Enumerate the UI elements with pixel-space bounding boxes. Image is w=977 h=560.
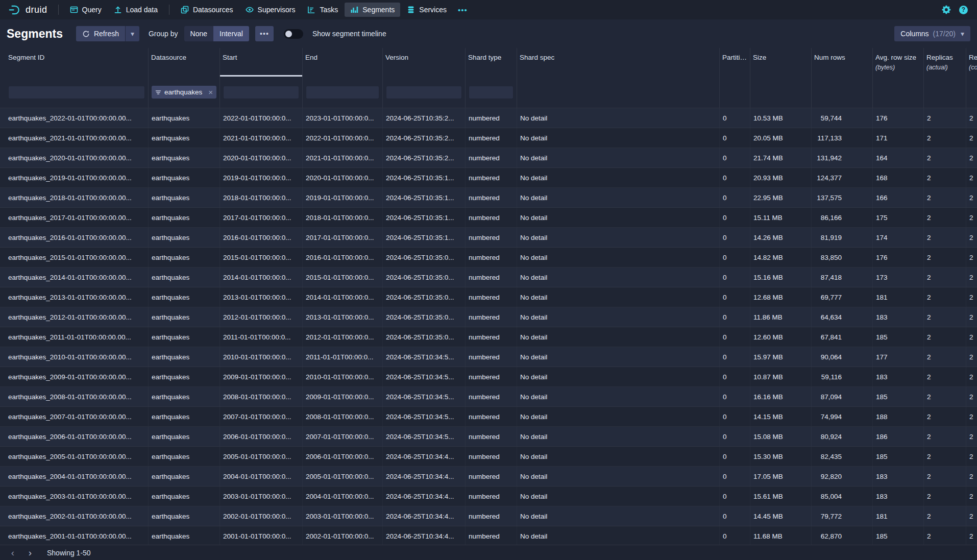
cell-size[interactable]: 16.16 MB (750, 387, 812, 406)
cell-shard-type[interactable]: numbered (466, 307, 517, 327)
cell-version[interactable]: 2024-06-25T10:35:0... (383, 287, 466, 307)
cell-replicas[interactable]: 2 (924, 267, 966, 287)
cell-end[interactable]: 2015-01-01T00:00:0... (303, 267, 383, 287)
cell-replication-factor[interactable]: 2 (966, 407, 977, 426)
nav-item-services[interactable]: Services (401, 3, 452, 17)
cell-end[interactable]: 2005-01-01T00:00:0... (303, 467, 383, 486)
cell-size[interactable]: 14.82 MB (750, 248, 812, 267)
cell-datasource[interactable]: earthquakes (149, 148, 220, 167)
cell-replicas[interactable]: 2 (924, 287, 966, 307)
cell-version[interactable]: 2024-06-25T10:34:5... (383, 347, 466, 367)
cell-end[interactable]: 2020-01-01T00:00:0... (303, 168, 383, 187)
remove-filter-icon[interactable]: × (208, 88, 213, 96)
cell-version[interactable]: 2024-06-25T10:35:2... (383, 128, 466, 148)
cell-start[interactable]: 2008-01-01T00:00:0... (220, 387, 303, 406)
cell-partition[interactable]: 0 (720, 188, 750, 207)
cell-shard-type[interactable]: numbered (466, 467, 517, 486)
cell-replication-factor[interactable]: 2 (966, 248, 977, 267)
cell-num-rows[interactable]: 131,942 (812, 148, 873, 167)
cell-replicas[interactable]: 2 (924, 347, 966, 367)
cell-size[interactable]: 15.30 MB (750, 447, 812, 466)
cell-shard-spec[interactable]: No detail (517, 287, 720, 307)
cell-shard-spec[interactable]: No detail (517, 467, 720, 486)
cell-datasource[interactable]: earthquakes (149, 248, 220, 267)
cell-segment-id[interactable]: earthquakes_2003-01-01T00:00:00.00... (0, 486, 149, 506)
cell-size[interactable]: 15.61 MB (750, 486, 812, 506)
column-header-avg-row-size[interactable]: Avg. row size(bytes) (873, 48, 924, 77)
cell-shard-type[interactable]: numbered (466, 168, 517, 187)
cell-avg-row-size[interactable]: 173 (873, 267, 924, 287)
cell-shard-type[interactable]: numbered (466, 327, 517, 347)
segment-id-filter-input[interactable] (8, 86, 145, 99)
cell-num-rows[interactable]: 86,166 (812, 208, 873, 227)
cell-partition[interactable]: 0 (720, 367, 750, 386)
cell-replication-factor[interactable]: 2 (966, 228, 977, 247)
cell-replication-factor[interactable]: 2 (966, 526, 977, 545)
cell-shard-spec[interactable]: No detail (517, 506, 720, 526)
cell-segment-id[interactable]: earthquakes_2004-01-01T00:00:00.00... (0, 467, 149, 486)
cell-datasource[interactable]: earthquakes (149, 188, 220, 207)
cell-avg-row-size[interactable]: 181 (873, 506, 924, 526)
cell-segment-id[interactable]: earthquakes_2015-01-01T00:00:00.00... (0, 248, 149, 267)
cell-num-rows[interactable]: 81,919 (812, 228, 873, 247)
cell-start[interactable]: 2015-01-01T00:00:0... (220, 248, 303, 267)
cell-avg-row-size[interactable]: 177 (873, 347, 924, 367)
cell-num-rows[interactable]: 69,777 (812, 287, 873, 307)
column-header-replication-factor[interactable]: Replication factor(configured) (966, 48, 977, 77)
cell-start[interactable]: 2007-01-01T00:00:0... (220, 407, 303, 426)
cell-size[interactable]: 15.11 MB (750, 208, 812, 227)
cell-datasource[interactable]: earthquakes (149, 447, 220, 466)
cell-segment-id[interactable]: earthquakes_2014-01-01T00:00:00.00... (0, 267, 149, 287)
cell-num-rows[interactable]: 83,850 (812, 248, 873, 267)
cell-start[interactable]: 2002-01-01T00:00:0... (220, 506, 303, 526)
cell-avg-row-size[interactable]: 185 (873, 526, 924, 545)
cell-num-rows[interactable]: 87,094 (812, 387, 873, 406)
previous-page-button[interactable]: ‹ (5, 547, 20, 559)
cell-num-rows[interactable]: 117,133 (812, 128, 873, 148)
cell-segment-id[interactable]: earthquakes_2020-01-01T00:00:00.00... (0, 148, 149, 167)
cell-shard-spec[interactable]: No detail (517, 128, 720, 148)
cell-shard-type[interactable]: numbered (466, 188, 517, 207)
cell-avg-row-size[interactable]: 183 (873, 367, 924, 386)
cell-shard-type[interactable]: numbered (466, 407, 517, 426)
cell-avg-row-size[interactable]: 176 (873, 248, 924, 267)
cell-size[interactable]: 12.68 MB (750, 287, 812, 307)
cell-shard-type[interactable]: numbered (466, 148, 517, 167)
start-filter-input[interactable] (223, 86, 299, 99)
cell-avg-row-size[interactable]: 171 (873, 128, 924, 148)
cell-shard-spec[interactable]: No detail (517, 248, 720, 267)
cell-start[interactable]: 2019-01-01T00:00:0... (220, 168, 303, 187)
cell-partition[interactable]: 0 (720, 307, 750, 327)
shard-type-filter-input[interactable] (469, 86, 514, 99)
cell-shard-type[interactable]: numbered (466, 526, 517, 545)
cell-replication-factor[interactable]: 2 (966, 148, 977, 167)
cell-end[interactable]: 2017-01-01T00:00:0... (303, 228, 383, 247)
cell-num-rows[interactable]: 62,870 (812, 526, 873, 545)
cell-avg-row-size[interactable]: 164 (873, 148, 924, 167)
cell-version[interactable]: 2024-06-25T10:35:0... (383, 327, 466, 347)
column-header-shard-spec[interactable]: Shard spec (517, 48, 720, 77)
cell-end[interactable]: 2022-01-01T00:00:0... (303, 128, 383, 148)
cell-version[interactable]: 2024-06-25T10:34:4... (383, 486, 466, 506)
cell-start[interactable]: 2021-01-01T00:00:0... (220, 128, 303, 148)
cell-num-rows[interactable]: 90,064 (812, 347, 873, 367)
cell-shard-spec[interactable]: No detail (517, 526, 720, 545)
datasource-filter-tag[interactable]: earthquakes × (152, 86, 216, 99)
cell-replication-factor[interactable]: 2 (966, 327, 977, 347)
cell-version[interactable]: 2024-06-25T10:35:0... (383, 267, 466, 287)
cell-segment-id[interactable]: earthquakes_2002-01-01T00:00:00.00... (0, 506, 149, 526)
cell-version[interactable]: 2024-06-25T10:35:2... (383, 148, 466, 167)
cell-start[interactable]: 2016-01-01T00:00:0... (220, 228, 303, 247)
nav-item-load-data[interactable]: Load data (108, 3, 163, 17)
cell-segment-id[interactable]: earthquakes_2010-01-01T00:00:00.00... (0, 347, 149, 367)
column-header-datasource[interactable]: Datasource (149, 48, 220, 77)
cell-segment-id[interactable]: earthquakes_2011-01-01T00:00:00.00... (0, 327, 149, 347)
cell-shard-type[interactable]: numbered (466, 248, 517, 267)
column-header-shard-type[interactable]: Shard type (466, 48, 517, 77)
cell-start[interactable]: 2017-01-01T00:00:0... (220, 208, 303, 227)
cell-shard-spec[interactable]: No detail (517, 208, 720, 227)
cell-replication-factor[interactable]: 2 (966, 267, 977, 287)
cell-datasource[interactable]: earthquakes (149, 208, 220, 227)
cell-segment-id[interactable]: earthquakes_2008-01-01T00:00:00.00... (0, 387, 149, 406)
cell-segment-id[interactable]: earthquakes_2006-01-01T00:00:00.00... (0, 427, 149, 446)
